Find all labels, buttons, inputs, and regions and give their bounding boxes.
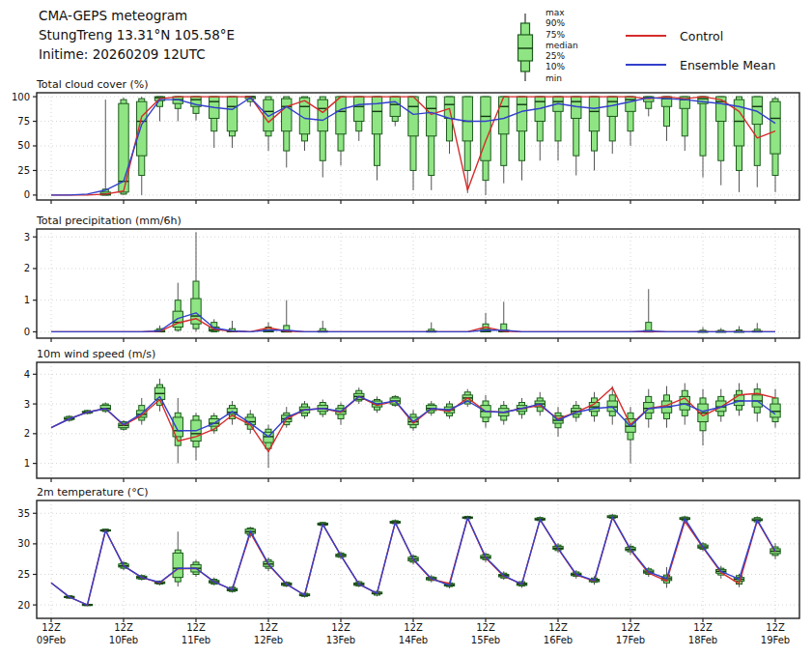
x-axis-labels: 12Z09Feb12Z10Feb12Z11Feb12Z12Feb12Z13Feb… [37,622,790,645]
station-location: StungTreng 13.31°N 105.58°E [39,25,235,44]
svg-text:2m temperature (°C): 2m temperature (°C) [37,486,149,499]
panel-cloud: 0255075100Total cloud cover (%) [12,78,799,204]
svg-text:30: 30 [17,538,30,549]
legend-box-label: min [546,73,578,84]
control-line-temp [51,518,775,605]
svg-text:10m wind speed (m/s): 10m wind speed (m/s) [37,348,155,360]
svg-text:12Z: 12Z [693,622,713,633]
svg-text:12Z: 12Z [42,622,61,633]
chart-title: CMA-GEPS meteogram [39,6,235,25]
legend-entry-ensemble-mean: Ensemble Mean [626,50,775,79]
svg-text:18Feb: 18Feb [688,635,717,645]
svg-text:2: 2 [24,428,30,439]
mean-line-cloud [51,98,775,195]
svg-text:17Feb: 17Feb [616,635,645,645]
svg-text:1: 1 [24,295,30,305]
boxplot-legend: max 90% 75% median 25% 10% min [512,6,578,87]
boxplot-symbol-icon [512,6,539,87]
panel-temp: 202530352m temperature (°C) [17,486,799,622]
svg-text:14Feb: 14Feb [399,635,428,645]
meteogram-chart: 0255075100Total cloud cover (%)0123Total… [0,0,812,657]
svg-text:3: 3 [24,232,30,243]
svg-text:13Feb: 13Feb [326,635,355,645]
legend-entry-control: Control [626,21,775,50]
svg-text:19Feb: 19Feb [761,635,790,645]
legend-box-label: median [546,41,578,51]
svg-text:0: 0 [24,327,30,337]
svg-text:10Feb: 10Feb [109,635,138,645]
svg-text:25: 25 [17,569,30,580]
line-legend: Control Ensemble Mean [626,21,775,79]
svg-text:15Feb: 15Feb [471,635,500,645]
boxplot-legend-labels: max 90% 75% median 25% 10% min [546,8,578,84]
control-line-wind [51,387,775,451]
legend-box-label: 10% [546,62,578,72]
legend-box-label: 75% [546,30,578,41]
svg-text:12Z: 12Z [186,622,206,633]
chart-header: CMA-GEPS meteogram StungTreng 13.31°N 10… [39,6,235,64]
mean-line-temp [51,517,775,605]
legend-box-label: 25% [546,51,578,62]
svg-text:35: 35 [17,508,30,519]
svg-text:2: 2 [24,263,30,273]
svg-text:16Feb: 16Feb [544,635,573,645]
svg-text:12Z: 12Z [548,622,568,633]
svg-text:12Z: 12Z [476,622,495,633]
svg-text:11Feb: 11Feb [182,635,210,645]
legend-box-label: max [546,8,578,18]
svg-text:12Z: 12Z [621,622,640,633]
control-line-cloud [51,97,775,195]
svg-text:12Z: 12Z [404,622,423,633]
panel-precip: 0123Total precipitation (mm/6h) [24,214,799,342]
svg-text:0: 0 [24,189,30,200]
svg-text:Total cloud cover (%): Total cloud cover (%) [36,78,149,91]
svg-text:12Z: 12Z [766,622,785,633]
svg-text:09Feb: 09Feb [37,635,66,645]
svg-text:12Z: 12Z [114,622,133,633]
mean-line-precip [51,313,775,332]
svg-text:50: 50 [17,140,30,151]
svg-text:12Z: 12Z [259,622,278,633]
legend-label-control: Control [680,29,723,43]
svg-text:1: 1 [24,458,30,469]
legend-label-ensemble-mean: Ensemble Mean [680,58,775,72]
svg-text:20: 20 [17,600,30,611]
legend-box-label: 90% [546,18,578,29]
svg-text:Total precipitation (mm/6h): Total precipitation (mm/6h) [36,214,182,227]
svg-text:100: 100 [12,92,30,102]
control-line-precip [51,319,775,332]
svg-text:3: 3 [24,399,30,410]
ensemble-mean-line-swatch [626,64,666,66]
svg-text:4: 4 [24,369,30,380]
control-line-swatch [626,35,666,37]
svg-text:12Feb: 12Feb [254,635,283,645]
svg-text:75: 75 [17,116,30,127]
mean-line-wind [51,396,775,437]
init-time: Initime: 20260209 12UTC [39,44,235,64]
panel-wind: 123410m wind speed (m/s) [24,348,799,482]
svg-text:12Z: 12Z [331,622,350,633]
svg-text:25: 25 [17,165,30,176]
